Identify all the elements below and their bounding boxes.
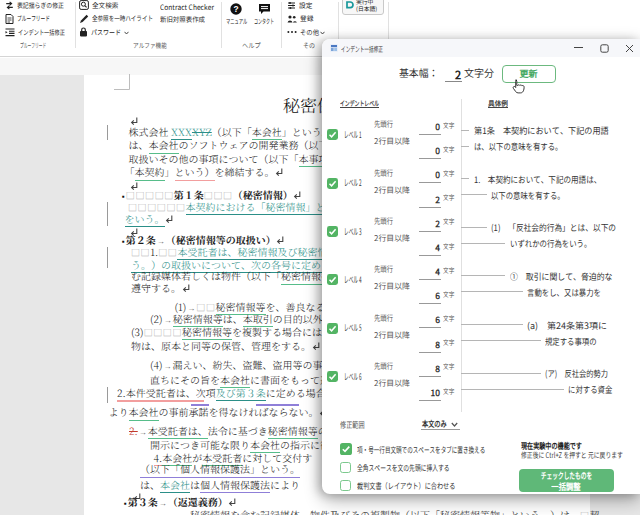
svg-text:?: ?: [233, 3, 238, 13]
